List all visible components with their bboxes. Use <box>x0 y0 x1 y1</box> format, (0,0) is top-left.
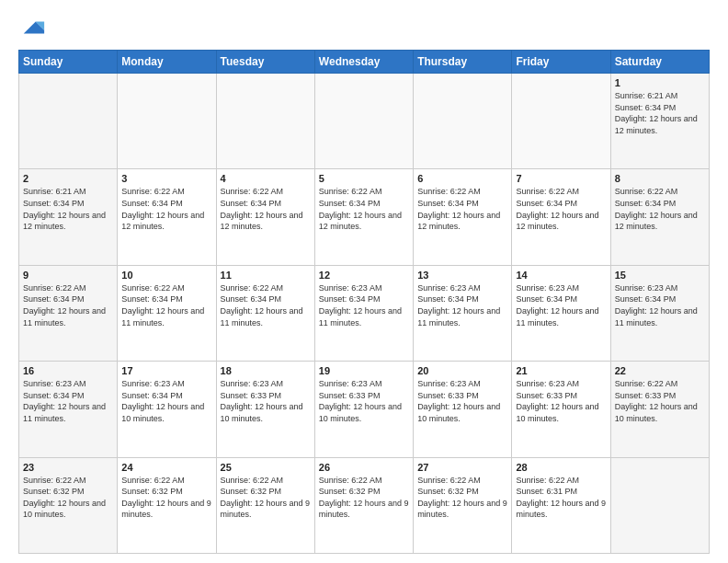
day-number: 13 <box>417 270 507 281</box>
day-cell: 18Sunrise: 6:23 AM Sunset: 6:33 PM Dayli… <box>216 362 314 457</box>
day-number: 12 <box>319 270 409 281</box>
day-info: Sunrise: 6:22 AM Sunset: 6:34 PM Dayligh… <box>615 186 705 232</box>
day-number: 21 <box>516 365 606 376</box>
page: SundayMondayTuesdayWednesdayThursdayFrid… <box>0 0 728 563</box>
day-cell: 5Sunrise: 6:22 AM Sunset: 6:34 PM Daylig… <box>314 169 413 265</box>
day-number: 26 <box>319 462 409 473</box>
day-number: 16 <box>23 365 113 376</box>
day-cell <box>314 74 413 169</box>
day-info: Sunrise: 6:23 AM Sunset: 6:34 PM Dayligh… <box>516 282 606 328</box>
col-header-monday: Monday <box>118 51 216 74</box>
day-number: 28 <box>516 462 606 473</box>
day-info: Sunrise: 6:22 AM Sunset: 6:34 PM Dayligh… <box>23 282 113 328</box>
day-cell: 22Sunrise: 6:22 AM Sunset: 6:33 PM Dayli… <box>610 362 709 457</box>
day-cell: 28Sunrise: 6:22 AM Sunset: 6:31 PM Dayli… <box>512 457 610 553</box>
day-info: Sunrise: 6:22 AM Sunset: 6:34 PM Dayligh… <box>417 186 507 232</box>
day-number: 20 <box>417 365 507 376</box>
day-cell: 7Sunrise: 6:22 AM Sunset: 6:34 PM Daylig… <box>512 169 610 265</box>
day-cell <box>118 74 216 169</box>
day-info: Sunrise: 6:22 AM Sunset: 6:34 PM Dayligh… <box>319 186 409 232</box>
day-info: Sunrise: 6:22 AM Sunset: 6:32 PM Dayligh… <box>23 475 113 521</box>
day-number: 18 <box>221 365 311 376</box>
week-row-2: 9Sunrise: 6:22 AM Sunset: 6:34 PM Daylig… <box>19 265 710 361</box>
day-cell: 8Sunrise: 6:22 AM Sunset: 6:34 PM Daylig… <box>610 169 709 265</box>
day-info: Sunrise: 6:23 AM Sunset: 6:33 PM Dayligh… <box>417 378 507 424</box>
day-number: 7 <box>516 173 606 184</box>
day-number: 6 <box>417 173 507 184</box>
day-info: Sunrise: 6:23 AM Sunset: 6:34 PM Dayligh… <box>121 378 211 424</box>
day-info: Sunrise: 6:21 AM Sunset: 6:34 PM Dayligh… <box>615 90 705 136</box>
day-cell: 1Sunrise: 6:21 AM Sunset: 6:34 PM Daylig… <box>610 74 709 169</box>
day-cell: 4Sunrise: 6:22 AM Sunset: 6:34 PM Daylig… <box>216 169 314 265</box>
week-row-3: 16Sunrise: 6:23 AM Sunset: 6:34 PM Dayli… <box>19 362 710 457</box>
day-number: 3 <box>121 173 211 184</box>
logo <box>18 15 46 40</box>
day-number: 2 <box>23 173 113 184</box>
day-number: 5 <box>319 173 409 184</box>
day-cell <box>19 74 118 169</box>
col-header-tuesday: Tuesday <box>216 51 314 74</box>
day-cell: 14Sunrise: 6:23 AM Sunset: 6:34 PM Dayli… <box>512 265 610 361</box>
col-header-wednesday: Wednesday <box>314 51 413 74</box>
col-header-sunday: Sunday <box>19 51 118 74</box>
day-cell <box>414 74 512 169</box>
day-number: 9 <box>23 270 113 281</box>
day-info: Sunrise: 6:22 AM Sunset: 6:32 PM Dayligh… <box>417 475 507 521</box>
day-info: Sunrise: 6:22 AM Sunset: 6:34 PM Dayligh… <box>516 186 606 232</box>
day-info: Sunrise: 6:22 AM Sunset: 6:34 PM Dayligh… <box>121 186 211 232</box>
day-cell <box>610 457 709 553</box>
day-cell <box>216 74 314 169</box>
day-cell: 6Sunrise: 6:22 AM Sunset: 6:34 PM Daylig… <box>414 169 512 265</box>
day-info: Sunrise: 6:22 AM Sunset: 6:34 PM Dayligh… <box>121 282 211 328</box>
day-cell: 9Sunrise: 6:22 AM Sunset: 6:34 PM Daylig… <box>19 265 118 361</box>
day-cell: 3Sunrise: 6:22 AM Sunset: 6:34 PM Daylig… <box>118 169 216 265</box>
day-cell: 24Sunrise: 6:22 AM Sunset: 6:32 PM Dayli… <box>118 457 216 553</box>
day-info: Sunrise: 6:22 AM Sunset: 6:31 PM Dayligh… <box>516 475 606 521</box>
col-header-thursday: Thursday <box>414 51 512 74</box>
day-cell: 12Sunrise: 6:23 AM Sunset: 6:34 PM Dayli… <box>314 265 413 361</box>
day-info: Sunrise: 6:22 AM Sunset: 6:34 PM Dayligh… <box>221 186 311 232</box>
day-number: 19 <box>319 365 409 376</box>
day-number: 1 <box>615 77 705 88</box>
day-number: 27 <box>417 462 507 473</box>
calendar-table: SundayMondayTuesdayWednesdayThursdayFrid… <box>18 50 710 554</box>
col-header-friday: Friday <box>512 51 610 74</box>
day-info: Sunrise: 6:22 AM Sunset: 6:32 PM Dayligh… <box>121 475 211 521</box>
day-cell: 15Sunrise: 6:23 AM Sunset: 6:34 PM Dayli… <box>610 265 709 361</box>
day-number: 4 <box>221 173 311 184</box>
day-number: 23 <box>23 462 113 473</box>
day-number: 22 <box>615 365 705 376</box>
day-cell: 17Sunrise: 6:23 AM Sunset: 6:34 PM Dayli… <box>118 362 216 457</box>
col-header-saturday: Saturday <box>610 51 709 74</box>
day-cell <box>512 74 610 169</box>
day-cell: 19Sunrise: 6:23 AM Sunset: 6:33 PM Dayli… <box>314 362 413 457</box>
day-number: 17 <box>121 365 211 376</box>
day-number: 14 <box>516 270 606 281</box>
day-info: Sunrise: 6:23 AM Sunset: 6:34 PM Dayligh… <box>319 282 409 328</box>
day-info: Sunrise: 6:22 AM Sunset: 6:32 PM Dayligh… <box>319 475 409 521</box>
day-cell: 23Sunrise: 6:22 AM Sunset: 6:32 PM Dayli… <box>19 457 118 553</box>
day-info: Sunrise: 6:23 AM Sunset: 6:33 PM Dayligh… <box>319 378 409 424</box>
day-number: 15 <box>615 270 705 281</box>
header <box>18 15 710 40</box>
day-number: 24 <box>121 462 211 473</box>
week-row-1: 2Sunrise: 6:21 AM Sunset: 6:34 PM Daylig… <box>19 169 710 265</box>
day-cell: 25Sunrise: 6:22 AM Sunset: 6:32 PM Dayli… <box>216 457 314 553</box>
calendar-header-row: SundayMondayTuesdayWednesdayThursdayFrid… <box>19 51 710 74</box>
day-cell: 16Sunrise: 6:23 AM Sunset: 6:34 PM Dayli… <box>19 362 118 457</box>
week-row-4: 23Sunrise: 6:22 AM Sunset: 6:32 PM Dayli… <box>19 457 710 553</box>
week-row-0: 1Sunrise: 6:21 AM Sunset: 6:34 PM Daylig… <box>19 74 710 169</box>
day-cell: 20Sunrise: 6:23 AM Sunset: 6:33 PM Dayli… <box>414 362 512 457</box>
day-info: Sunrise: 6:23 AM Sunset: 6:34 PM Dayligh… <box>615 282 705 328</box>
day-number: 11 <box>221 270 311 281</box>
day-info: Sunrise: 6:23 AM Sunset: 6:34 PM Dayligh… <box>23 378 113 424</box>
day-info: Sunrise: 6:22 AM Sunset: 6:32 PM Dayligh… <box>221 475 311 521</box>
day-number: 25 <box>221 462 311 473</box>
day-cell: 27Sunrise: 6:22 AM Sunset: 6:32 PM Dayli… <box>414 457 512 553</box>
day-info: Sunrise: 6:22 AM Sunset: 6:34 PM Dayligh… <box>221 282 311 328</box>
day-info: Sunrise: 6:22 AM Sunset: 6:33 PM Dayligh… <box>615 378 705 424</box>
day-cell: 26Sunrise: 6:22 AM Sunset: 6:32 PM Dayli… <box>314 457 413 553</box>
day-info: Sunrise: 6:23 AM Sunset: 6:33 PM Dayligh… <box>516 378 606 424</box>
day-cell: 2Sunrise: 6:21 AM Sunset: 6:34 PM Daylig… <box>19 169 118 265</box>
logo-icon <box>20 15 46 40</box>
